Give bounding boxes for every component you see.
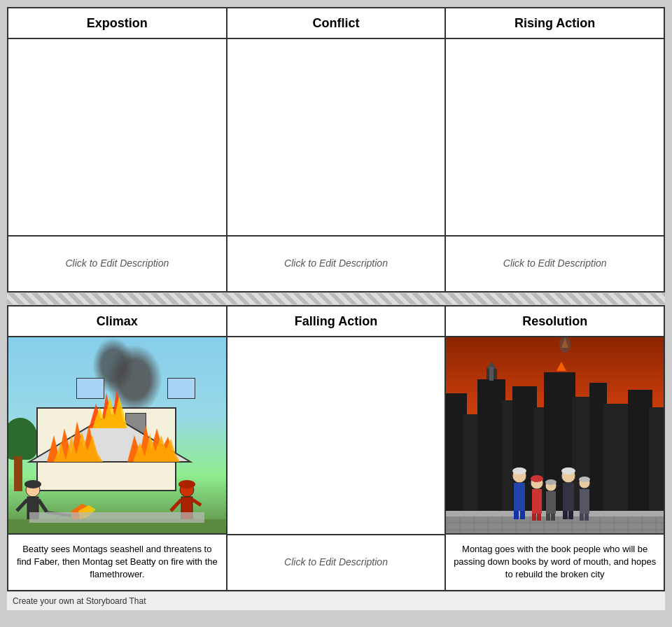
description-text-resolution: Montag goes with the book people who wil…: [451, 543, 658, 582]
svg-rect-39: [603, 404, 631, 519]
svg-rect-74: [546, 514, 550, 521]
svg-rect-40: [628, 390, 652, 519]
cell-image-conflict[interactable]: [227, 39, 445, 235]
cell-expostion: Expostion Click to Edit Description: [7, 7, 227, 293]
svg-rect-31: [489, 367, 493, 381]
svg-rect-75: [551, 514, 555, 521]
svg-rect-68: [532, 489, 542, 514]
row-2: Climax: [7, 305, 665, 591]
cell-description-climax: Beatty sees Montags seashell and threate…: [8, 533, 226, 590]
row-separator: [7, 293, 665, 305]
description-text-conflict[interactable]: Click to Edit Description: [284, 257, 388, 271]
resolution-svg: [446, 337, 664, 533]
svg-rect-70: [537, 514, 541, 521]
cell-description-falling-action[interactable]: Click to Edit Description: [227, 534, 445, 590]
svg-line-11: [38, 500, 47, 512]
description-text-rising-action[interactable]: Click to Edit Description: [503, 257, 607, 271]
svg-line-20: [171, 500, 181, 511]
cell-falling-action: Falling Action Click to Edit Description: [227, 305, 447, 591]
svg-point-18: [178, 480, 195, 488]
description-text-climax: Beatty sees Montags seashell and threate…: [14, 543, 220, 582]
cell-image-climax[interactable]: [8, 337, 226, 533]
svg-marker-6: [92, 397, 127, 428]
resolution-scene: [446, 337, 664, 533]
svg-point-82: [579, 477, 590, 482]
svg-rect-83: [580, 489, 589, 514]
svg-rect-69: [532, 514, 536, 521]
row-1: Expostion Click to Edit Description Conf…: [7, 7, 665, 293]
svg-point-8: [24, 480, 41, 488]
svg-rect-85: [584, 514, 589, 521]
cell-conflict: Conflict Click to Edit Description: [227, 7, 447, 293]
cell-resolution: Resolution: [446, 305, 665, 591]
svg-rect-28: [477, 379, 505, 519]
footer-text: Create your own at Storyboard That: [13, 596, 146, 606]
cell-header-conflict: Conflict: [227, 8, 445, 39]
cell-description-expostion[interactable]: Click to Edit Description: [8, 235, 226, 291]
separator-pattern: [7, 293, 665, 304]
footer: Create your own at Storyboard That: [7, 591, 665, 610]
cell-image-resolution[interactable]: [446, 337, 664, 533]
svg-line-10: [17, 500, 27, 511]
svg-rect-80: [568, 511, 573, 519]
cell-header-climax: Climax: [8, 307, 226, 337]
cell-header-rising-action: Rising Action: [446, 8, 664, 39]
climax-svg: [8, 337, 225, 533]
cell-image-expostion[interactable]: [8, 39, 226, 235]
cell-image-rising-action[interactable]: [446, 39, 664, 235]
svg-point-72: [545, 479, 556, 485]
cell-description-resolution: Montag goes with the book people who wil…: [446, 533, 664, 590]
svg-point-62: [512, 467, 526, 474]
cell-header-expostion: Expostion: [8, 8, 226, 39]
description-text-expostion[interactable]: Click to Edit Description: [65, 257, 169, 271]
cell-rising-action: Rising Action Click to Edit Description: [446, 7, 665, 293]
svg-rect-41: [649, 407, 664, 519]
cell-header-resolution: Resolution: [446, 307, 664, 337]
svg-rect-63: [514, 483, 525, 511]
svg-rect-84: [580, 514, 584, 521]
cell-climax: Climax: [7, 305, 227, 591]
svg-marker-36: [556, 362, 566, 371]
cell-image-falling-action[interactable]: [227, 337, 445, 534]
svg-rect-65: [520, 511, 525, 519]
svg-point-77: [561, 467, 575, 474]
description-text-falling-action[interactable]: Click to Edit Description: [284, 556, 388, 570]
svg-rect-78: [563, 483, 574, 511]
svg-rect-79: [563, 511, 568, 519]
storyboard-container: Expostion Click to Edit Description Conf…: [0, 0, 672, 617]
svg-rect-73: [546, 491, 556, 514]
svg-rect-64: [514, 511, 519, 519]
cell-description-conflict[interactable]: Click to Edit Description: [227, 235, 445, 291]
svg-point-87: [559, 337, 570, 353]
cell-description-rising-action[interactable]: Click to Edit Description: [446, 235, 664, 291]
climax-scene: [8, 337, 226, 533]
svg-point-67: [531, 475, 543, 482]
svg-rect-25: [29, 512, 204, 523]
cell-header-falling-action: Falling Action: [227, 307, 445, 337]
svg-line-21: [192, 500, 201, 505]
